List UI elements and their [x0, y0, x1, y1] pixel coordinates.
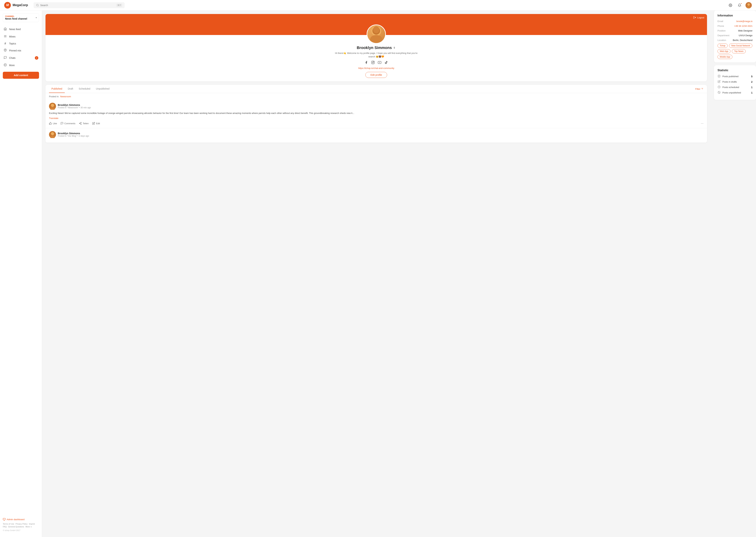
post-meta-2: Posted in "Our Blog" • 2 days ago — [58, 135, 89, 137]
stat-title: Statistic — [718, 69, 752, 72]
information-card: Information Email brook@mega.io Phone +4… — [714, 11, 756, 62]
sidebar-item-label: More — [9, 64, 15, 67]
stat-scheduled-label: Posts scheduled — [722, 86, 739, 89]
sidebar-item-mixes[interactable]: Mixes — [0, 33, 42, 40]
tag-mobile-app[interactable]: Mobile App — [718, 55, 733, 59]
stat-drafts-value: 2 — [751, 80, 752, 83]
post-card-2: Brooklyn Simmons Posted in "Our Blog" • … — [46, 128, 707, 143]
profile-name: Brooklyn Simmons ♀ — [49, 46, 703, 50]
hash-icon: # — [4, 42, 7, 45]
like-icon — [49, 122, 52, 125]
profile-avatar — [367, 24, 386, 44]
svg-line-1 — [38, 6, 38, 6]
instagram-icon[interactable] — [371, 61, 375, 65]
tag-web-app[interactable]: Web App — [718, 49, 731, 53]
sidebar-item-chats[interactable]: Chats 2 — [0, 54, 42, 62]
info-title: Information — [718, 14, 752, 17]
footer-link-privacy[interactable]: Privacy Policy — [16, 523, 27, 525]
edit-label: Edit — [96, 122, 100, 125]
sidebar-item-more[interactable]: More — [0, 62, 42, 69]
admin-dashboard-link[interactable]: Admin dashboard — [3, 518, 39, 521]
svg-rect-12 — [3, 518, 5, 520]
logo[interactable]: M MegaCorp — [4, 2, 28, 9]
svg-marker-23 — [379, 62, 380, 63]
posted-in: Posted in: Newsroom — [46, 93, 707, 100]
admin-label: Admin dashboard — [7, 518, 24, 521]
tab-unpublished[interactable]: Unpublished — [94, 85, 112, 93]
comments-label: Comments — [64, 122, 75, 125]
logout-button[interactable]: Logout — [693, 16, 704, 19]
email-value[interactable]: brook@mega.io — [736, 20, 752, 22]
share-icon — [79, 122, 82, 125]
svg-point-17 — [370, 35, 382, 44]
add-content-button[interactable]: Add content — [3, 72, 39, 79]
translate-link[interactable]: Translate — [49, 117, 703, 119]
footer-links: Terms of Use Privacy Policy Imprint FAQ … — [3, 523, 39, 528]
filter-icon — [701, 88, 703, 90]
svg-point-2 — [730, 5, 731, 6]
phone-value[interactable]: +49 34 1234 4321 — [734, 25, 752, 27]
svg-line-33 — [80, 124, 81, 124]
search-input[interactable] — [40, 4, 115, 7]
stat-scheduled-value: 1 — [751, 86, 752, 89]
svg-point-32 — [81, 124, 81, 125]
tab-scheduled[interactable]: Scheduled — [76, 85, 93, 93]
info-department-row: Department UX/UI Design — [718, 34, 752, 37]
footer-link-more[interactable]: More ∨ — [25, 526, 32, 528]
unpublished-icon — [718, 91, 721, 94]
posted-in-channel[interactable]: Newsroom — [60, 95, 71, 98]
admin-icon — [3, 518, 6, 521]
statistic-card: Statistic Posts published 5 Posts in dra… — [714, 65, 756, 100]
tab-published[interactable]: Published — [49, 85, 65, 93]
position-label: Position — [718, 29, 726, 32]
footer-link-faq[interactable]: FAQ — [3, 526, 7, 528]
share-label: Teilen — [83, 122, 89, 125]
tag-new-social-network[interactable]: New Social Network — [729, 44, 752, 48]
info-phone-row: Phone +49 34 1234 4321 — [718, 25, 752, 27]
mixes-icon — [4, 35, 7, 38]
home-icon — [4, 27, 7, 31]
footer-link-general[interactable]: General Questions — [8, 526, 24, 528]
user-avatar[interactable] — [745, 2, 752, 8]
notifications-button[interactable] — [736, 2, 743, 8]
facebook-icon[interactable] — [364, 61, 368, 65]
footer-link-imprint[interactable]: Imprint — [29, 523, 35, 525]
youtube-icon[interactable] — [378, 61, 381, 65]
stat-scheduled: Posts scheduled 1 — [718, 86, 752, 89]
channel-name: News feed channel — [5, 17, 27, 20]
share-button[interactable]: Teilen — [79, 122, 89, 125]
like-button[interactable]: Like — [49, 122, 57, 125]
svg-point-36 — [51, 132, 54, 135]
logout-label: Logout — [697, 16, 704, 19]
channel-selector[interactable]: Channel News feed channel ▾ — [3, 13, 39, 22]
more-options-button[interactable]: ··· — [701, 122, 703, 125]
tag-top-news[interactable]: Top News — [732, 49, 746, 53]
search-bar[interactable]: ⌘ F — [34, 2, 125, 8]
chevron-down-icon: ▾ — [36, 17, 37, 19]
logo-icon: M — [4, 2, 11, 9]
comments-button[interactable]: Comments — [61, 122, 75, 125]
social-icons — [49, 61, 703, 65]
svg-point-21 — [372, 62, 374, 63]
sidebar-item-pinned-mix[interactable]: Pinned mix — [0, 47, 42, 54]
tiktok-icon[interactable] — [385, 61, 388, 65]
tab-draft[interactable]: Draft — [65, 85, 76, 93]
sidebar-item-topics[interactable]: # Topics — [0, 40, 42, 47]
channel-label: Channel — [5, 15, 27, 17]
edit-profile-button[interactable]: Edit profile — [365, 72, 387, 78]
stat-unpublished-label: Posts unpublished — [722, 91, 741, 94]
profile-link[interactable]: https://tchop.io/chat-and-community — [49, 67, 703, 69]
published-icon — [718, 75, 721, 78]
edit-button[interactable]: Edit — [92, 122, 100, 125]
notification-dot — [740, 3, 742, 4]
profile-banner: Logout — [46, 14, 707, 35]
filter-button[interactable]: Filter — [695, 88, 703, 90]
filter-label: Filter — [695, 88, 700, 90]
tag-tchop[interactable]: Tchop — [718, 44, 728, 48]
sidebar-item-news-feed[interactable]: News feed — [0, 25, 42, 33]
footer-link-terms[interactable]: Terms of Use — [3, 523, 14, 525]
sidebar: Channel News feed channel ▾ News feed Mi… — [0, 11, 42, 537]
settings-button[interactable] — [727, 2, 734, 8]
search-kbd: ⌘ F — [116, 4, 122, 7]
location-label: Location — [718, 39, 726, 41]
